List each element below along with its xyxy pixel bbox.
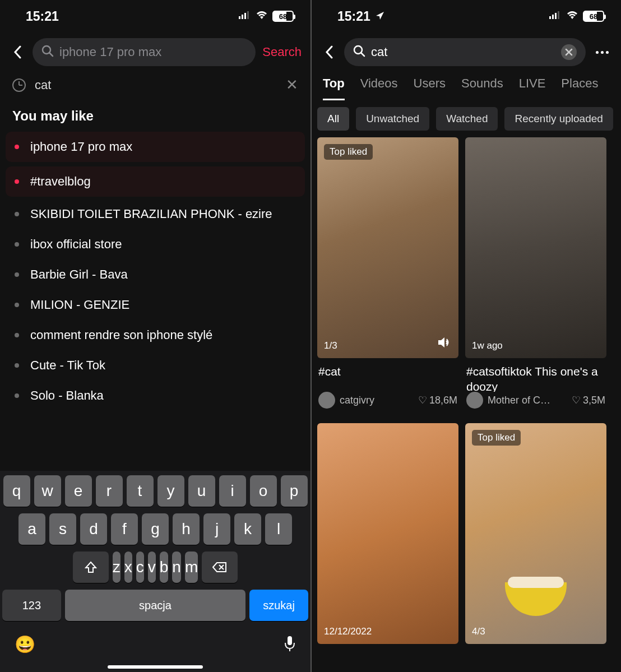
key-r[interactable]: r xyxy=(96,475,123,507)
suggestion-item[interactable]: comment rendre son iphone stylé xyxy=(0,320,310,350)
status-bar: 15:21 68 xyxy=(0,0,310,33)
top-liked-badge: Top liked xyxy=(472,430,521,446)
video-card[interactable]: 1w ago #catsoftiktok This one's a doozy … xyxy=(465,137,606,416)
enter-key[interactable]: szukaj xyxy=(249,590,308,621)
key-v[interactable]: v xyxy=(148,551,156,583)
tab-users[interactable]: Users xyxy=(414,76,446,100)
search-row: Search xyxy=(0,33,310,72)
key-s[interactable]: s xyxy=(49,513,76,545)
key-c[interactable]: c xyxy=(136,551,144,583)
status-bar: 15:21 68 xyxy=(312,0,621,33)
backspace-key[interactable] xyxy=(202,551,238,583)
svg-rect-0 xyxy=(239,16,240,19)
suggestion-label: Solo - Blanka xyxy=(30,388,104,403)
key-m[interactable]: m xyxy=(185,551,198,583)
sound-icon[interactable] xyxy=(437,336,452,351)
numbers-key[interactable]: 123 xyxy=(2,590,61,621)
svg-rect-8 xyxy=(552,15,554,19)
shift-key[interactable] xyxy=(73,551,109,583)
bullet-icon xyxy=(15,272,19,277)
suggestion-item[interactable]: Barbie Girl - Bava xyxy=(0,259,310,290)
suggestion-item[interactable]: #travelblog xyxy=(6,166,305,197)
svg-rect-7 xyxy=(549,16,551,19)
mic-key[interactable] xyxy=(284,635,296,654)
key-t[interactable]: t xyxy=(127,475,154,507)
key-q[interactable]: q xyxy=(3,475,30,507)
video-card[interactable]: Top liked 4/3 xyxy=(465,423,606,644)
suggestion-list: iphone 17 pro max#travelblogSKIBIDI TOIL… xyxy=(0,129,310,411)
search-field[interactable] xyxy=(33,38,256,66)
space-key[interactable]: spacja xyxy=(65,590,245,621)
tab-live[interactable]: LIVE xyxy=(519,76,546,100)
results-grid: Top liked 1/3 #cat catgivry ♡ 18,6M xyxy=(312,137,621,644)
recent-search-row[interactable]: cat ✕ xyxy=(0,72,310,98)
suggestion-item[interactable]: MILION - GENZIE xyxy=(0,290,310,320)
key-z[interactable]: z xyxy=(113,551,121,583)
key-k[interactable]: k xyxy=(234,513,261,545)
video-thumbnail[interactable]: Top liked 1/3 xyxy=(317,137,458,358)
username[interactable]: catgivry xyxy=(340,395,414,406)
key-g[interactable]: g xyxy=(142,513,169,545)
avatar[interactable] xyxy=(318,392,335,409)
suggestion-item[interactable]: Cute - Tik Tok xyxy=(0,350,310,381)
filter-chip[interactable]: All xyxy=(317,107,349,131)
suggestion-item[interactable]: SKIBIDI TOILET BRAZILIAN PHONK - ezire xyxy=(0,199,310,229)
like-count: ♡ 3,5M xyxy=(572,394,605,406)
filter-chip[interactable]: Watched xyxy=(436,107,498,131)
key-j[interactable]: j xyxy=(203,513,230,545)
search-button[interactable]: Search xyxy=(262,45,302,59)
suggestion-item[interactable]: Solo - Blanka xyxy=(0,381,310,411)
search-field[interactable] xyxy=(344,38,586,66)
tab-sounds[interactable]: Sounds xyxy=(461,76,503,100)
clear-recent-button[interactable]: ✕ xyxy=(286,76,298,94)
key-d[interactable]: d xyxy=(80,513,107,545)
key-b[interactable]: b xyxy=(160,551,169,583)
video-thumbnail[interactable]: 12/12/2022 xyxy=(317,423,458,644)
avatar[interactable] xyxy=(466,392,483,409)
top-liked-badge: Top liked xyxy=(324,144,373,160)
key-i[interactable]: i xyxy=(219,475,246,507)
status-icons: 68 xyxy=(549,11,604,22)
search-input[interactable] xyxy=(59,45,247,59)
clear-search-button[interactable] xyxy=(561,44,577,60)
tab-places[interactable]: Places xyxy=(561,76,598,100)
key-x[interactable]: x xyxy=(124,551,132,583)
video-caption: #cat xyxy=(317,358,458,392)
svg-rect-3 xyxy=(247,11,249,19)
tab-videos[interactable]: Videos xyxy=(360,76,398,100)
back-button[interactable] xyxy=(321,44,337,61)
filter-chip[interactable]: Recently uploaded xyxy=(504,107,613,131)
key-p[interactable]: p xyxy=(281,475,308,507)
emoji-key[interactable]: 😀 xyxy=(15,634,35,654)
filter-chip[interactable]: Unwatched xyxy=(356,107,429,131)
username[interactable]: Mother of C… xyxy=(488,395,567,406)
key-y[interactable]: y xyxy=(157,475,184,507)
result-tabs: TopVideosUsersSoundsLIVEPlaces xyxy=(312,72,621,100)
suggestion-item[interactable]: ibox official store xyxy=(0,229,310,259)
video-thumbnail[interactable]: 1w ago xyxy=(465,137,606,358)
key-a[interactable]: a xyxy=(18,513,45,545)
tab-top[interactable]: Top xyxy=(323,76,345,100)
heart-icon: ♡ xyxy=(418,394,427,406)
key-o[interactable]: o xyxy=(250,475,277,507)
video-card[interactable]: 12/12/2022 xyxy=(317,423,458,644)
wifi-icon xyxy=(256,11,268,22)
wifi-icon xyxy=(566,11,578,22)
more-button[interactable] xyxy=(592,51,612,54)
key-u[interactable]: u xyxy=(188,475,215,507)
back-button[interactable] xyxy=(9,44,26,61)
history-icon xyxy=(12,78,26,92)
key-f[interactable]: f xyxy=(111,513,138,545)
key-l[interactable]: l xyxy=(265,513,292,545)
suggestion-label: comment rendre son iphone stylé xyxy=(30,328,212,342)
suggestion-item[interactable]: iphone 17 pro max xyxy=(6,132,305,162)
search-input[interactable] xyxy=(371,45,555,59)
key-w[interactable]: w xyxy=(34,475,61,507)
video-thumbnail[interactable]: Top liked 4/3 xyxy=(465,423,606,644)
key-h[interactable]: h xyxy=(173,513,200,545)
video-card[interactable]: Top liked 1/3 #cat catgivry ♡ 18,6M xyxy=(317,137,458,416)
home-indicator[interactable] xyxy=(108,665,203,669)
key-e[interactable]: e xyxy=(65,475,92,507)
key-n[interactable]: n xyxy=(172,551,181,583)
phone-left-search-suggestions: 15:21 68 Search cat ✕ You may like iphon… xyxy=(0,0,310,672)
